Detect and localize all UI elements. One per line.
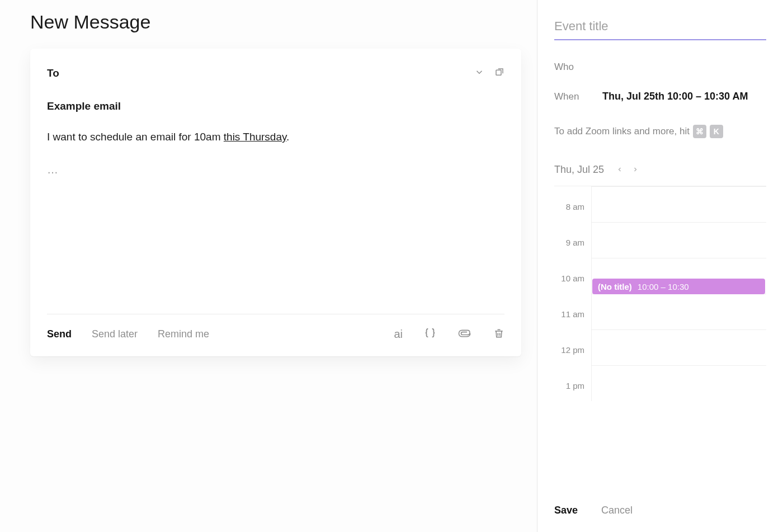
to-field-label[interactable]: To xyxy=(47,67,59,79)
calendar-hour-row[interactable]: 9 am xyxy=(554,222,766,258)
calendar-hour-label: 12 pm xyxy=(554,329,591,365)
calendar-hour-cell[interactable] xyxy=(591,186,766,222)
body-suffix: . xyxy=(286,131,289,143)
calendar-hour-cell[interactable] xyxy=(591,222,766,258)
calendar-hour-row[interactable]: 1 pm xyxy=(554,365,766,401)
calendar-hour-cell[interactable] xyxy=(591,329,766,365)
toolbar-right: ai xyxy=(394,327,504,342)
calendar-hour-label: 8 am xyxy=(554,186,591,222)
chevron-down-icon[interactable] xyxy=(474,67,484,79)
compose-toolbar: Send Send later Remind me ai xyxy=(47,314,504,354)
calendar-nav xyxy=(616,166,639,175)
hint-row: To add Zoom links and more, hit ⌘ K xyxy=(554,125,766,138)
event-chip-time: 10:00 – 10:30 xyxy=(638,282,689,291)
when-value[interactable]: Thu, Jul 25th 10:00 – 10:30 AM xyxy=(602,91,748,102)
calendar-date-label: Thu, Jul 25 xyxy=(554,164,604,176)
calendar-next-icon[interactable] xyxy=(632,166,639,175)
event-title-input[interactable] xyxy=(554,19,766,40)
calendar-grid[interactable]: 8 am9 am10 am11 am12 pm1 pm (No title) 1… xyxy=(554,186,766,478)
calendar-hour-label: 9 am xyxy=(554,222,591,258)
body-highlight[interactable]: this Thursday xyxy=(224,131,286,143)
subject-field[interactable]: Example email xyxy=(47,100,504,112)
compose-card: To Example email I want to schedule an e… xyxy=(30,49,521,356)
calendar-hour-row[interactable]: 12 pm xyxy=(554,329,766,365)
save-button[interactable]: Save xyxy=(554,505,578,516)
to-row-icons xyxy=(474,67,504,79)
signature-marker: … xyxy=(47,161,504,178)
body-text[interactable]: I want to schedule an email for 10am thi… xyxy=(47,129,504,145)
paperclip-icon[interactable] xyxy=(457,328,472,341)
calendar-hour-label: 1 pm xyxy=(554,365,591,401)
toolbar-left: Send Send later Remind me xyxy=(47,328,209,340)
who-label: Who xyxy=(554,62,586,73)
event-pane: Who When Thu, Jul 25th 10:00 – 10:30 AM … xyxy=(537,0,783,532)
body-area[interactable]: I want to schedule an email for 10am thi… xyxy=(47,129,504,314)
when-label: When xyxy=(554,91,586,102)
send-later-button[interactable]: Send later xyxy=(92,328,138,340)
calendar-hour-row[interactable]: 11 am xyxy=(554,294,766,329)
calendar-prev-icon[interactable] xyxy=(616,166,623,175)
cancel-button[interactable]: Cancel xyxy=(601,505,633,516)
compose-pane: New Message To Example email I want to s… xyxy=(0,0,537,532)
event-footer: Save Cancel xyxy=(554,491,766,532)
calendar-hour-cell[interactable] xyxy=(591,365,766,401)
svg-rect-0 xyxy=(496,70,501,75)
popout-icon[interactable] xyxy=(494,67,504,79)
kbd-cmd: ⌘ xyxy=(693,125,706,138)
calendar-header: Thu, Jul 25 xyxy=(554,164,766,176)
compose-title: New Message xyxy=(30,11,521,33)
body-prefix: I want to schedule an email for 10am xyxy=(47,131,224,143)
calendar-hour-label: 10 am xyxy=(554,258,591,294)
who-row: Who xyxy=(554,62,766,73)
kbd-k: K xyxy=(710,125,723,138)
to-row: To xyxy=(47,61,504,86)
calendar-hour-label: 11 am xyxy=(554,294,591,329)
braces-icon[interactable] xyxy=(424,327,436,342)
event-chip-title: (No title) xyxy=(598,282,632,291)
when-row: When Thu, Jul 25th 10:00 – 10:30 AM xyxy=(554,91,766,102)
calendar-hour-row[interactable]: 8 am xyxy=(554,186,766,222)
ai-icon[interactable]: ai xyxy=(394,328,403,341)
trash-icon[interactable] xyxy=(493,327,504,342)
send-button[interactable]: Send xyxy=(47,328,72,340)
hint-text: To add Zoom links and more, hit xyxy=(554,126,690,137)
remind-me-button[interactable]: Remind me xyxy=(158,328,209,340)
calendar-hour-cell[interactable] xyxy=(591,294,766,329)
calendar-event-chip[interactable]: (No title) 10:00 – 10:30 xyxy=(592,279,765,294)
